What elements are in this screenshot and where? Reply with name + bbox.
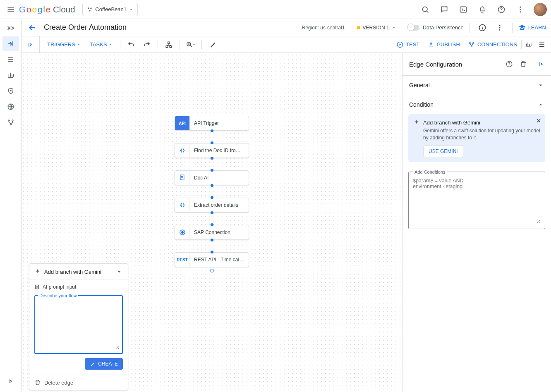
redo-button[interactable] [140,38,153,51]
undo-icon [127,41,135,48]
chevron-down-icon [108,43,113,47]
flow-edge[interactable] [212,158,212,170]
variables-panel-button[interactable] [522,38,535,51]
publish-button[interactable]: PUBLISH [424,36,464,53]
svg-rect-9 [8,57,13,58]
flow-edge[interactable] [212,131,212,143]
gemini-banner-close[interactable] [535,117,542,124]
version-selector[interactable]: VERSION 1 [357,25,396,31]
section-general[interactable]: General [402,76,551,95]
flow-edge[interactable] [212,240,212,252]
node-icon: API [175,116,190,130]
project-icon [87,7,93,12]
flow-node[interactable]: APIAPI Trigger [175,116,249,131]
connections-button[interactable]: CONNECTIONS [464,36,521,53]
list-icon [538,41,546,48]
search-button[interactable] [417,1,434,18]
arrow-in-icon [7,40,15,48]
flow-node[interactable]: Find the Doc ID from Input [175,143,249,158]
node-icon: REST [175,253,190,267]
gemini-prompt-card: Add branch with Gemini AI prompt input D… [29,263,128,390]
send-feedback-button[interactable] [436,1,453,18]
describe-flow-fieldset: Describe your flow [34,293,123,354]
flow-edge[interactable] [212,213,212,225]
node-label: Doc AI [190,175,249,181]
triggers-menu[interactable]: TRIGGERS [44,36,84,53]
test-button[interactable]: TEST [393,36,424,53]
section-condition-header[interactable]: Condition [402,95,551,114]
panel-delete-button[interactable] [516,57,530,71]
nav-collapse[interactable] [2,374,19,389]
flow-node[interactable]: RESTREST API - Time calcul... [175,252,249,267]
flow-endcap[interactable] [210,269,214,272]
canvas-toolbar: TRIGGERS TASKS TEST PUBLIS [22,36,551,53]
chart-icon [525,41,532,48]
collapse-right-icon [538,61,545,67]
help-button[interactable] [493,1,510,18]
page-more-button[interactable] [493,21,506,34]
svg-point-0 [88,7,90,9]
gemini-card-collapse[interactable] [115,268,123,275]
node-label: Find the Doc ID from Input [190,148,249,153]
info-button[interactable] [476,21,489,34]
auto-layout-button[interactable] [162,38,175,51]
sparkle-icon [34,268,41,275]
right-panel-toggle[interactable] [535,38,549,51]
chevron-down-icon [392,26,396,30]
data-persistence-toggle[interactable]: Data Persistence [408,24,464,31]
use-gemini-button[interactable]: USE GEMINI [423,146,463,157]
notifications-button[interactable] [474,1,491,18]
flow-canvas[interactable]: APIAPI TriggerFind the Doc ID from Input… [22,53,402,392]
nav-global[interactable] [2,99,19,114]
flow-node[interactable]: Extract order details [175,198,249,213]
more-button[interactable] [512,1,529,18]
undo-button[interactable] [125,38,138,51]
nav-logs[interactable] [2,52,19,67]
nav-security[interactable] [2,84,19,98]
search-icon [421,5,429,14]
node-icon [175,143,190,158]
nav-connections[interactable] [2,115,19,130]
panel-help-button[interactable] [502,57,516,71]
zoom-button[interactable] [184,38,197,51]
avatar[interactable] [534,3,547,16]
branch-icon [7,119,14,126]
svg-rect-22 [166,46,168,48]
node-icon [175,225,190,239]
panel-collapse-button[interactable] [533,57,547,71]
node-icon [175,198,190,212]
delete-edge-button[interactable]: Delete edge [29,375,128,390]
section-condition: Condition Add branch with Gemini [402,95,551,236]
nav-triggers[interactable] [2,36,19,51]
chevron-down-icon [129,7,133,12]
svg-point-15 [12,120,13,121]
back-button[interactable] [25,20,40,35]
svg-point-28 [471,45,472,47]
help-icon [497,5,505,14]
cloud-shell-button[interactable] [455,1,472,18]
svg-point-12 [10,90,11,91]
create-button[interactable]: CREATE [85,358,123,370]
conditions-input[interactable] [413,178,541,223]
flow-node[interactable]: Doc AI [175,170,249,185]
hamburger-menu[interactable] [2,1,19,18]
tasks-menu[interactable]: TASKS [86,36,116,53]
flow-edge[interactable] [212,185,212,198]
learn-button[interactable]: LEARN [518,24,546,31]
gemini-card-title: Add branch with Gemini [44,269,101,275]
nav-analytics[interactable] [2,68,19,83]
magic-wand-button[interactable] [206,38,219,51]
terminal-icon [459,5,467,14]
panel-toggle-left[interactable] [22,36,40,53]
chart-icon [7,72,14,79]
project-selector[interactable]: CoffeeBean1 [82,3,138,16]
chevron-up-icon [537,101,544,108]
play-icon [397,41,403,48]
upload-icon [428,41,434,48]
prompt-icon [34,284,40,290]
flow-node[interactable]: SAP Connection [175,225,249,240]
wand-icon [90,361,96,367]
help-icon [505,60,513,68]
describe-flow-input[interactable] [38,300,120,349]
svg-point-7 [520,9,521,10]
